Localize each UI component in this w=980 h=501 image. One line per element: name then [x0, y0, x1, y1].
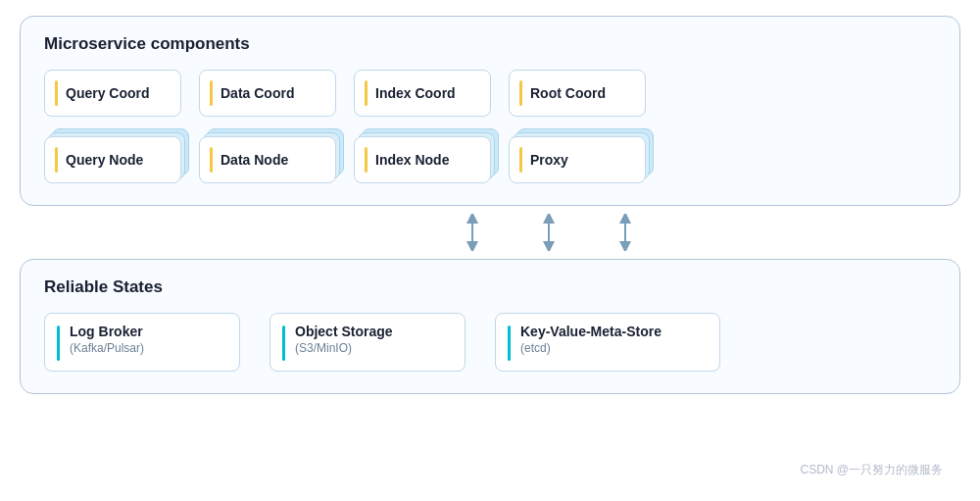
index-coord-card: Index Coord — [354, 70, 491, 117]
bottom-section: Reliable States Log Broker (Kafka/Pulsar… — [20, 259, 960, 394]
index-coord-label: Index Coord — [375, 85, 456, 101]
kv-meta-title: Key-Value-Meta-Store — [520, 324, 662, 339]
log-broker-accent — [57, 326, 60, 361]
log-broker-title: Log Broker — [70, 324, 144, 339]
coord-row: Query Coord Data Coord Index Coord Root … — [44, 70, 936, 117]
object-storage-sub: (S3/MinIO) — [295, 341, 393, 355]
data-node-card: Data Node — [199, 136, 336, 183]
index-node-card: Index Node — [354, 136, 491, 183]
index-node-stack: Index Node — [354, 136, 491, 183]
card-accent — [55, 147, 58, 173]
node-row: Query Node Data Node Index Node — [44, 136, 936, 183]
watermark: CSDN @一只努力的微服务 — [800, 462, 943, 478]
proxy-stack: Proxy — [509, 136, 646, 183]
proxy-card: Proxy — [509, 136, 646, 183]
kv-meta-sub: (etcd) — [520, 341, 662, 355]
card-accent — [210, 147, 213, 173]
card-accent — [519, 80, 522, 106]
kv-meta-store-card: Key-Value-Meta-Store (etcd) — [495, 313, 720, 372]
log-broker-text: Log Broker (Kafka/Pulsar) — [70, 324, 144, 355]
proxy-label: Proxy — [530, 152, 568, 168]
query-node-label: Query Node — [66, 152, 143, 168]
bottom-cards-row: Log Broker (Kafka/Pulsar) Object Storage… — [44, 313, 936, 372]
card-accent — [365, 80, 368, 106]
query-node-stack: Query Node — [44, 136, 181, 183]
bottom-section-title: Reliable States — [44, 277, 936, 297]
query-coord-card: Query Coord — [44, 70, 181, 117]
log-broker-sub: (Kafka/Pulsar) — [70, 341, 144, 355]
arrows-inner — [20, 214, 960, 251]
arrow-2 — [540, 214, 558, 251]
card-accent — [210, 80, 213, 106]
card-accent — [55, 80, 58, 106]
card-accent — [519, 147, 522, 173]
query-node-card: Query Node — [44, 136, 181, 183]
object-storage-accent — [282, 326, 285, 361]
arrow-3 — [616, 214, 634, 251]
diagram-wrapper: Microservice components Query Coord Data… — [20, 16, 960, 486]
arrow-1 — [464, 214, 481, 251]
kv-meta-accent — [508, 326, 511, 361]
object-storage-card: Object Storage (S3/MinIO) — [270, 313, 466, 372]
index-node-label: Index Node — [375, 152, 449, 168]
kv-meta-text: Key-Value-Meta-Store (etcd) — [520, 324, 662, 355]
object-storage-title: Object Storage — [295, 324, 393, 339]
root-coord-label: Root Coord — [530, 85, 606, 101]
data-coord-label: Data Coord — [220, 85, 294, 101]
root-coord-card: Root Coord — [509, 70, 646, 117]
object-storage-text: Object Storage (S3/MinIO) — [295, 324, 393, 355]
log-broker-card: Log Broker (Kafka/Pulsar) — [44, 313, 240, 372]
data-node-label: Data Node — [220, 152, 288, 168]
arrows-section — [20, 206, 960, 259]
top-section-title: Microservice components — [44, 34, 936, 54]
data-coord-card: Data Coord — [199, 70, 336, 117]
top-section: Microservice components Query Coord Data… — [20, 16, 960, 206]
query-coord-label: Query Coord — [66, 85, 150, 101]
data-node-stack: Data Node — [199, 136, 336, 183]
card-accent — [365, 147, 368, 173]
